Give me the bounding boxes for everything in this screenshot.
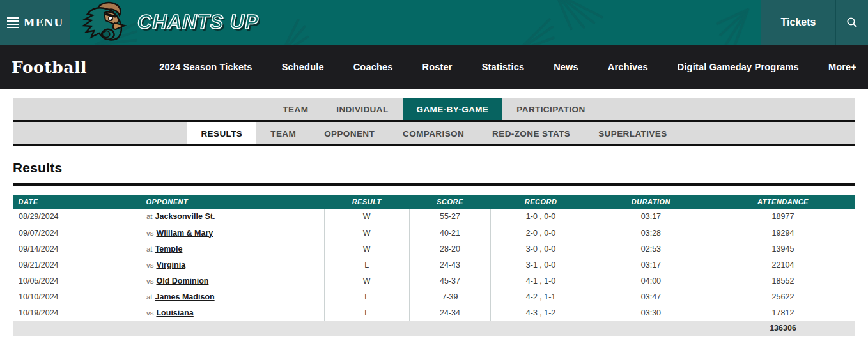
venue-prefix: vs xyxy=(146,309,154,317)
sport-nav-link-roster[interactable]: Roster xyxy=(422,62,453,72)
game-score: 55-27 xyxy=(409,209,491,225)
game-record: 4-2 , 1-1 xyxy=(491,289,591,305)
game-attendance: 13945 xyxy=(711,241,855,257)
page-title: Results xyxy=(13,160,855,176)
results-section: Results DATEOPPONENTRESULTSCORERECORDDUR… xyxy=(13,160,855,336)
tickets-link[interactable]: Tickets xyxy=(761,0,835,45)
game-attendance: 17812 xyxy=(711,305,855,321)
game-result: L xyxy=(324,257,409,273)
sport-nav-link-archives[interactable]: Archives xyxy=(608,62,648,72)
subtab-results[interactable]: RESULTS xyxy=(187,122,256,144)
game-attendance: 18552 xyxy=(711,273,855,289)
subtab-opponent[interactable]: OPPONENT xyxy=(310,122,389,144)
results-table: DATEOPPONENTRESULTSCORERECORDDURATIONATT… xyxy=(13,195,855,336)
attendance-total-row: 136306 xyxy=(13,321,855,336)
tab-game-by-game[interactable]: GAME-BY-GAME xyxy=(403,98,503,120)
subtab-team[interactable]: TEAM xyxy=(256,122,310,144)
table-row: 10/19/2024vsLouisianaL24-344-3 , 1-203:3… xyxy=(13,305,855,321)
venue-prefix: vs xyxy=(146,261,154,269)
game-date: 09/21/2024 xyxy=(13,257,141,273)
empty-total-cell xyxy=(591,321,711,336)
game-attendance: 25622 xyxy=(711,289,855,305)
game-duration: 03:30 xyxy=(591,305,711,321)
venue-prefix: at xyxy=(146,245,153,253)
search-button[interactable] xyxy=(835,0,868,45)
game-opponent: atJames Madison xyxy=(141,289,324,305)
opponent-link[interactable]: William & Mary xyxy=(156,229,213,238)
game-result: W xyxy=(324,209,409,225)
venue-prefix: vs xyxy=(146,229,154,237)
game-record: 1-0 , 0-0 xyxy=(491,209,591,225)
game-date: 10/10/2024 xyxy=(13,289,141,305)
subtab-superlatives[interactable]: SUPERLATIVES xyxy=(584,122,681,144)
game-record: 3-0 , 0-0 xyxy=(491,241,591,257)
chanticleer-logo[interactable] xyxy=(79,1,127,43)
game-date: 10/19/2024 xyxy=(13,305,141,321)
game-duration: 03:17 xyxy=(591,257,711,273)
sport-nav-link-more-[interactable]: More+ xyxy=(828,62,856,72)
game-date: 08/29/2024 xyxy=(13,209,141,225)
game-score: 7-39 xyxy=(409,289,491,305)
venue-prefix: at xyxy=(146,293,153,301)
table-row: 08/29/2024atJacksonville St.W55-271-0 , … xyxy=(13,209,855,225)
game-score: 28-20 xyxy=(409,241,491,257)
menu-button[interactable]: MENU xyxy=(0,0,70,45)
opponent-link[interactable]: Temple xyxy=(155,245,183,253)
chants-up-wordmark: CHANTS UP xyxy=(137,11,259,34)
game-result: W xyxy=(324,273,409,289)
sport-nav-link-statistics[interactable]: Statistics xyxy=(482,62,524,72)
game-record: 3-1 , 0-0 xyxy=(491,257,591,273)
venue-prefix: at xyxy=(146,213,153,220)
table-row: 10/05/2024vsOld DominionW45-374-1 , 1-00… xyxy=(13,273,855,289)
game-opponent: vsVirginia xyxy=(141,257,324,273)
game-result: W xyxy=(324,225,409,241)
table-row: 09/07/2024vsWilliam & MaryW40-212-0 , 0-… xyxy=(13,225,855,241)
game-attendance: 18977 xyxy=(711,209,855,225)
sport-nav-link-digital-gameday-programs[interactable]: Digital Gameday Programs xyxy=(678,62,799,72)
game-record: 4-1 , 1-0 xyxy=(491,273,591,289)
sport-nav-link-news[interactable]: News xyxy=(554,62,578,72)
game-score: 24-43 xyxy=(409,257,491,273)
game-attendance: 19294 xyxy=(711,225,855,241)
sport-nav-link-schedule[interactable]: Schedule xyxy=(282,62,324,72)
opponent-link[interactable]: Virginia xyxy=(156,261,185,269)
title-rule xyxy=(13,183,855,186)
tab-participation[interactable]: PARTICIPATION xyxy=(502,98,599,120)
results-header-row: DATEOPPONENTRESULTSCORERECORDDURATIONATT… xyxy=(13,195,855,209)
venue-prefix: vs xyxy=(146,277,154,285)
sport-nav-link-2024-season-tickets[interactable]: 2024 Season Tickets xyxy=(159,62,252,72)
opponent-link[interactable]: James Madison xyxy=(155,292,215,301)
tab-team[interactable]: TEAM xyxy=(268,98,322,120)
tab-individual[interactable]: INDIVIDUAL xyxy=(322,98,402,120)
game-opponent: atTemple xyxy=(141,241,324,257)
game-score: 45-37 xyxy=(409,273,491,289)
game-duration: 02:53 xyxy=(591,241,711,257)
opponent-link[interactable]: Louisiana xyxy=(156,308,193,317)
game-by-game-subtab-row: RESULTSTEAMOPPONENTCOMPARISONRED-ZONE ST… xyxy=(13,122,855,146)
game-opponent: vsWilliam & Mary xyxy=(141,225,324,241)
game-score: 24-34 xyxy=(409,305,491,321)
opponent-link[interactable]: Old Dominion xyxy=(156,276,208,285)
column-header-result: RESULT xyxy=(324,195,409,209)
sport-nav-link-coaches[interactable]: Coaches xyxy=(353,62,393,72)
game-attendance: 22104 xyxy=(711,257,855,273)
subtab-comparison[interactable]: COMPARISON xyxy=(389,122,478,144)
game-opponent: vsOld Dominion xyxy=(141,273,324,289)
empty-total-cell xyxy=(141,321,324,336)
game-result: L xyxy=(324,289,409,305)
opponent-link[interactable]: Jacksonville St. xyxy=(155,212,215,221)
table-row: 09/21/2024vsVirginiaL24-433-1 , 0-003:17… xyxy=(13,257,855,273)
column-header-record: RECORD xyxy=(491,195,591,209)
sport-title: Football xyxy=(12,58,87,77)
site-header: MENU xyxy=(0,0,868,45)
column-header-duration: DURATION xyxy=(591,195,711,209)
game-duration: 03:17 xyxy=(591,209,711,225)
brand-area: CHANTS UP xyxy=(70,0,761,45)
game-result: W xyxy=(324,241,409,257)
game-result: L xyxy=(324,305,409,321)
game-duration: 04:00 xyxy=(591,273,711,289)
hamburger-icon xyxy=(7,17,19,28)
game-date: 09/14/2024 xyxy=(13,241,141,257)
game-record: 2-0 , 0-0 xyxy=(491,225,591,241)
subtab-red-zone-stats[interactable]: RED-ZONE STATS xyxy=(478,122,584,144)
